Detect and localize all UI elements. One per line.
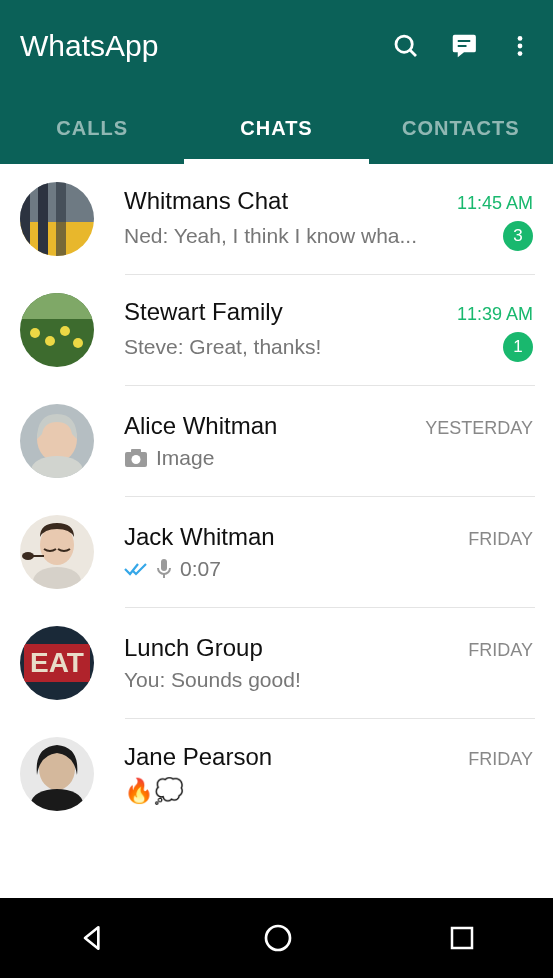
- svg-point-31: [22, 552, 34, 560]
- chat-name: Whitmans Chat: [124, 187, 288, 215]
- svg-rect-25: [131, 449, 141, 454]
- svg-text:EAT: EAT: [30, 647, 84, 678]
- chat-message: Ned: Yeah, I think I know wha...: [124, 224, 417, 248]
- chat-content: Alice Whitman YESTERDAY Image: [124, 412, 533, 470]
- chat-time: YESTERDAY: [425, 418, 533, 439]
- chat-item[interactable]: Whitmans Chat 11:45 AM Ned: Yeah, I thin…: [0, 164, 553, 274]
- chat-name: Jack Whitman: [124, 523, 275, 551]
- chat-message-text: 0:07: [180, 557, 221, 581]
- avatar[interactable]: [20, 182, 94, 256]
- svg-rect-12: [56, 182, 66, 256]
- svg-rect-44: [452, 928, 472, 948]
- chat-item[interactable]: Jane Pearson FRIDAY 🔥💭: [0, 719, 553, 829]
- chat-time: 11:45 AM: [457, 193, 533, 214]
- tab-calls[interactable]: CALLS: [0, 92, 184, 164]
- tabs: CALLS CHATS CONTACTS: [0, 92, 553, 164]
- svg-point-4: [518, 36, 523, 41]
- more-options-icon[interactable]: [507, 31, 533, 61]
- svg-point-18: [60, 326, 70, 336]
- chat-content: Whitmans Chat 11:45 AM Ned: Yeah, I thin…: [124, 187, 533, 251]
- chat-item[interactable]: Jack Whitman FRIDAY: [0, 497, 553, 607]
- svg-rect-15: [20, 293, 94, 319]
- avatar[interactable]: [20, 737, 94, 811]
- chat-time: FRIDAY: [468, 640, 533, 661]
- svg-point-17: [45, 336, 55, 346]
- tab-contacts[interactable]: CONTACTS: [369, 92, 553, 164]
- overview-button[interactable]: [447, 923, 477, 953]
- svg-point-5: [518, 44, 523, 49]
- microphone-icon: [156, 558, 172, 580]
- search-icon[interactable]: [391, 31, 421, 61]
- chat-item[interactable]: Stewart Family 11:39 AM Steve: Great, th…: [0, 275, 553, 385]
- chat-item[interactable]: EAT Lunch Group FRIDAY You: Sounds good!: [0, 608, 553, 718]
- app-title: WhatsApp: [20, 29, 391, 63]
- svg-point-0: [396, 36, 412, 52]
- svg-point-6: [518, 51, 523, 56]
- chat-message-text: Image: [156, 446, 214, 470]
- avatar[interactable]: EAT: [20, 626, 94, 700]
- svg-rect-33: [161, 559, 167, 571]
- chat-time: FRIDAY: [468, 529, 533, 550]
- chat-message: Image: [124, 446, 214, 470]
- chat-name: Alice Whitman: [124, 412, 277, 440]
- topbar-actions: [391, 31, 533, 61]
- svg-point-16: [30, 328, 40, 338]
- avatar[interactable]: [20, 515, 94, 589]
- avatar[interactable]: [20, 293, 94, 367]
- chat-list: Whitmans Chat 11:45 AM Ned: Yeah, I thin…: [0, 164, 553, 829]
- home-button[interactable]: [262, 922, 294, 954]
- read-receipt-icon: [124, 561, 148, 577]
- chat-content: Jane Pearson FRIDAY 🔥💭: [124, 743, 533, 805]
- svg-line-1: [410, 50, 416, 56]
- avatar[interactable]: [20, 404, 94, 478]
- chat-content: Stewart Family 11:39 AM Steve: Great, th…: [124, 298, 533, 362]
- svg-rect-11: [38, 182, 48, 256]
- chat-message: You: Sounds good!: [124, 668, 301, 692]
- chat-name: Lunch Group: [124, 634, 263, 662]
- chat-name: Jane Pearson: [124, 743, 272, 771]
- chat-name: Stewart Family: [124, 298, 283, 326]
- chat-message: 🔥💭: [124, 777, 184, 805]
- app-header: WhatsApp CALLS CHATS: [0, 0, 553, 164]
- unread-badge: 3: [503, 221, 533, 251]
- tab-chats[interactable]: CHATS: [184, 92, 368, 164]
- android-navbar: [0, 898, 553, 978]
- chat-item[interactable]: Alice Whitman YESTERDAY Image: [0, 386, 553, 496]
- chat-content: Jack Whitman FRIDAY: [124, 523, 533, 581]
- svg-point-43: [266, 926, 290, 950]
- back-button[interactable]: [77, 922, 109, 954]
- svg-point-26: [132, 455, 141, 464]
- unread-badge: 1: [503, 332, 533, 362]
- chat-content: Lunch Group FRIDAY You: Sounds good!: [124, 634, 533, 692]
- new-chat-icon[interactable]: [449, 31, 479, 61]
- chat-message: Steve: Great, thanks!: [124, 335, 321, 359]
- svg-point-19: [73, 338, 83, 348]
- chat-message: 0:07: [124, 557, 221, 581]
- camera-icon: [124, 448, 148, 468]
- svg-rect-10: [20, 182, 30, 256]
- topbar: WhatsApp: [0, 0, 553, 92]
- chat-time: FRIDAY: [468, 749, 533, 770]
- chat-time: 11:39 AM: [457, 304, 533, 325]
